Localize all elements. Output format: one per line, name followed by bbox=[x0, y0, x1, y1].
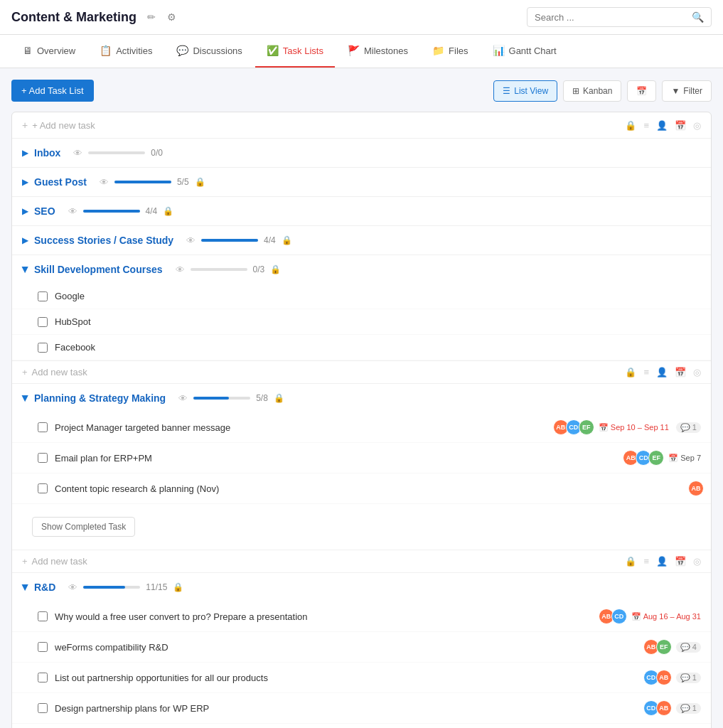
content-area: + Add Task List ☰ List View ⊞ Kanban 📅 ▼… bbox=[0, 68, 723, 728]
avatar: CD bbox=[611, 609, 627, 624]
planning-tasks: Project Manager targeted banner message … bbox=[12, 412, 711, 504]
progress-text: 4/4 bbox=[264, 235, 276, 245]
task-item: weForms compatibility R&D AB EF 💬 4 bbox=[12, 632, 711, 663]
search-input[interactable] bbox=[535, 12, 692, 23]
top-bar-left: Content & Marketing ✏ ⚙ bbox=[11, 9, 180, 25]
section-skill-development-header[interactable]: ▶ Skill Development Courses 👁 0/3 🔒 bbox=[12, 255, 711, 284]
section-rnd: ▶ R&D 👁 11/15 🔒 Why would a free user co… bbox=[12, 573, 711, 728]
filter-icon: ▼ bbox=[671, 86, 680, 96]
top-row-icons: 🔒 ≡ 👤 📅 ◎ bbox=[625, 120, 701, 131]
tab-gantt-chart[interactable]: 📊Gantt Chart bbox=[481, 35, 568, 68]
edit-button[interactable]: ✏ bbox=[144, 9, 159, 25]
lock-icon: 🔒 bbox=[163, 206, 173, 216]
user-icon: 👤 bbox=[656, 367, 668, 378]
task-item: Content topic research & planning (Nov) … bbox=[12, 473, 711, 504]
tab-discussions[interactable]: 💬Discussions bbox=[165, 35, 253, 68]
task-item: Project Manager targeted banner message … bbox=[12, 412, 711, 443]
section-planning-strategy-header[interactable]: ▶ Planning & Strategy Making 👁 5/8 🔒 bbox=[12, 384, 711, 412]
top-bar: Content & Marketing ✏ ⚙ 🔍 bbox=[0, 0, 723, 35]
task-checkbox-partnership-opps[interactable] bbox=[38, 673, 48, 682]
task-checkbox-content-topic[interactable] bbox=[38, 483, 48, 493]
task-avatars: AB CD bbox=[599, 609, 624, 624]
section-guest-post-header[interactable]: ▶ Guest Post 👁 5/5 🔒 bbox=[12, 168, 711, 196]
skill-development-tasks: Google HubSpot Facebook bbox=[12, 284, 711, 360]
inner-row-icons: 🔒 ≡ 👤 📅 ◎ bbox=[625, 367, 701, 378]
progress-bar bbox=[83, 586, 140, 589]
section-success-stories-title: Success Stories / Case Study bbox=[34, 235, 173, 246]
calendar-button[interactable]: 📅 bbox=[627, 80, 656, 102]
avatar: AB bbox=[656, 670, 672, 685]
section-inbox-header[interactable]: ▶ Inbox 👁 0/0 bbox=[12, 139, 711, 167]
tab-task-lists[interactable]: ✅Task Lists bbox=[255, 35, 335, 68]
progress-bar bbox=[201, 239, 258, 242]
avatar: EF bbox=[656, 639, 672, 655]
task-name: Design partnership plans for WP ERP bbox=[55, 703, 636, 714]
progress-text: 4/4 bbox=[146, 206, 158, 216]
task-checkbox-design-partnership[interactable] bbox=[38, 703, 48, 713]
progress-fill bbox=[201, 239, 258, 242]
task-name: Google bbox=[55, 291, 701, 301]
task-checkbox-google[interactable] bbox=[38, 291, 48, 301]
section-seo-header[interactable]: ▶ SEO 👁 4/4 🔒 bbox=[12, 197, 711, 225]
task-checkbox-free-user[interactable] bbox=[38, 611, 48, 621]
add-task-list-button[interactable]: + Add Task List bbox=[11, 80, 94, 102]
task-checkbox-pm-banner[interactable] bbox=[38, 422, 48, 432]
tab-activities[interactable]: 📋Activities bbox=[88, 35, 164, 68]
filter-button[interactable]: ▼ Filter bbox=[662, 80, 712, 102]
planning-add-task-row[interactable]: + Add new task 🔒 ≡ 👤 📅 ◎ bbox=[12, 550, 711, 572]
section-rnd-meta: 👁 11/15 🔒 bbox=[68, 582, 183, 593]
task-name: Facebook bbox=[55, 342, 701, 353]
avatar: EF bbox=[648, 450, 664, 466]
lock-icon: 🔒 bbox=[625, 556, 636, 567]
progress-bar bbox=[83, 210, 140, 213]
nav-tabs: 🖥Overview 📋Activities 💬Discussions ✅Task… bbox=[0, 35, 723, 68]
search-box: 🔍 bbox=[527, 7, 712, 27]
lock-icon: 🔒 bbox=[625, 367, 636, 378]
tab-files[interactable]: 📁Files bbox=[421, 35, 479, 68]
kanban-icon: ⊞ bbox=[572, 86, 579, 96]
plus-icon: + bbox=[22, 556, 28, 567]
task-item: List out partnership opportunities for a… bbox=[12, 663, 711, 693]
add-task-label: Add new task bbox=[32, 556, 87, 567]
task-lists-icon: ✅ bbox=[267, 45, 279, 56]
comment-badge: 💬 4 bbox=[676, 642, 701, 653]
tab-milestones[interactable]: 🚩Milestones bbox=[336, 35, 419, 68]
task-name: Email plan for ERP+PM bbox=[55, 453, 616, 464]
user-icon: 👤 bbox=[656, 556, 668, 567]
task-checkbox-facebook[interactable] bbox=[38, 343, 48, 353]
task-checkbox-weforms[interactable] bbox=[38, 642, 48, 652]
section-success-stories-header[interactable]: ▶ Success Stories / Case Study 👁 4/4 🔒 bbox=[12, 226, 711, 255]
add-task-placeholder: + Add new task bbox=[32, 120, 95, 131]
avatar: AB bbox=[688, 481, 704, 496]
eye-icon: 👁 bbox=[68, 206, 77, 217]
eye-icon: 👁 bbox=[68, 582, 77, 593]
skill-dev-add-task-row[interactable]: + Add new task 🔒 ≡ 👤 📅 ◎ bbox=[12, 360, 711, 383]
date-icon: 📅 bbox=[675, 367, 686, 378]
kanban-button[interactable]: ⊞ Kanban bbox=[563, 80, 621, 102]
top-add-task-row[interactable]: + + Add new task 🔒 ≡ 👤 📅 ◎ bbox=[12, 112, 711, 139]
tab-overview[interactable]: 🖥Overview bbox=[11, 35, 87, 68]
progress-fill bbox=[83, 586, 124, 589]
task-item: Google bbox=[12, 284, 711, 309]
user-icon: 👤 bbox=[656, 120, 668, 131]
lock-icon: 🔒 bbox=[173, 582, 183, 592]
avatar: EF bbox=[579, 419, 594, 435]
show-completed-button[interactable]: Show Completed Task bbox=[32, 517, 135, 537]
calendar-icon: 📅 bbox=[599, 423, 609, 432]
task-item: HubSpot bbox=[12, 309, 711, 335]
settings-button[interactable]: ⚙ bbox=[164, 9, 180, 25]
task-checkbox-hubspot[interactable] bbox=[38, 317, 48, 327]
progress-fill bbox=[83, 210, 140, 213]
files-icon: 📁 bbox=[432, 45, 444, 56]
add-task-label: Add new task bbox=[32, 367, 87, 378]
section-planning-strategy-meta: 👁 5/8 🔒 bbox=[178, 393, 284, 404]
task-date: 📅 Sep 10 – Sep 11 bbox=[599, 423, 669, 432]
inner-row-icons: 🔒 ≡ 👤 📅 ◎ bbox=[625, 556, 701, 567]
section-skill-development-meta: 👁 0/3 🔒 bbox=[176, 264, 282, 275]
section-guest-post-meta: 👁 5/5 🔒 bbox=[100, 177, 205, 188]
date-icon: 📅 bbox=[675, 120, 686, 131]
task-checkbox-email-plan[interactable] bbox=[38, 453, 48, 463]
list-view-button[interactable]: ☰ List View bbox=[493, 80, 557, 102]
task-avatars: AB bbox=[688, 481, 701, 496]
section-rnd-header[interactable]: ▶ R&D 👁 11/15 🔒 bbox=[12, 573, 711, 601]
